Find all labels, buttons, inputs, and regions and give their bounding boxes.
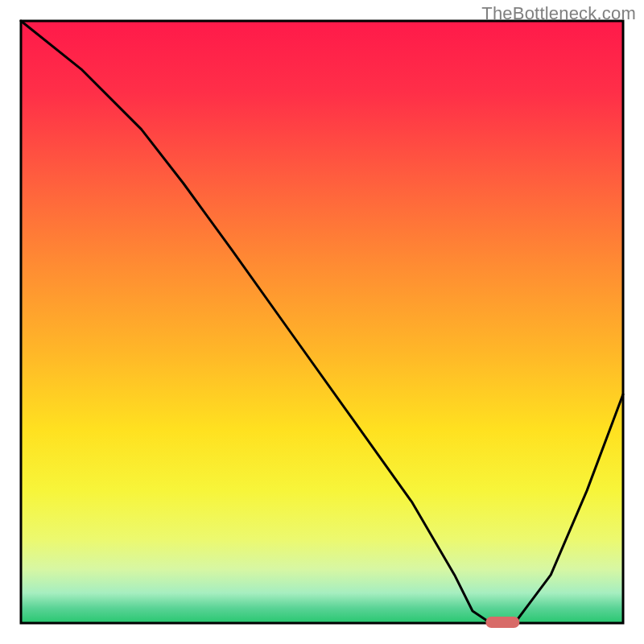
chart-container: TheBottleneck.com	[0, 0, 644, 644]
plot-background	[21, 21, 623, 623]
bottleneck-chart	[0, 0, 644, 644]
sweet-spot-marker	[485, 617, 519, 628]
watermark-text: TheBottleneck.com	[481, 3, 636, 24]
